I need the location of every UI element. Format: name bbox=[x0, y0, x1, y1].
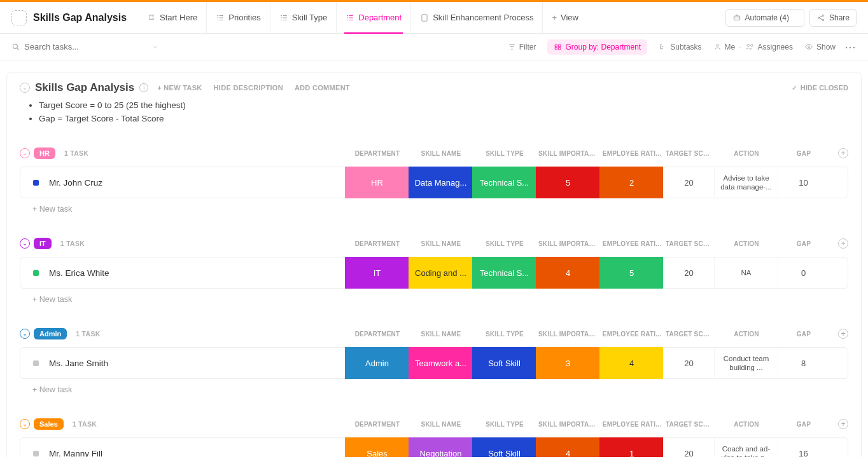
tab-add-view[interactable]: + View bbox=[542, 2, 587, 33]
add-column-button[interactable]: + bbox=[838, 329, 848, 339]
collapse-group-icon[interactable] bbox=[20, 419, 30, 429]
cell-action[interactable]: Coach and ad-vise to take n... bbox=[714, 437, 778, 457]
cell-department[interactable]: Admin bbox=[345, 347, 409, 379]
collapse-group-icon[interactable] bbox=[20, 329, 30, 339]
group-badge[interactable]: IT bbox=[34, 238, 52, 249]
column-header[interactable]: EMPLOYEE RATI... bbox=[600, 150, 664, 157]
cell-gap[interactable]: 10 bbox=[778, 167, 829, 198]
cell-skill-type[interactable]: Technical S... bbox=[472, 167, 536, 198]
cell-skill-type[interactable]: Soft Skill bbox=[472, 347, 536, 379]
add-column-button[interactable]: + bbox=[838, 238, 848, 249]
me-button[interactable]: Me bbox=[713, 43, 736, 51]
cell-skill-name[interactable]: Negotiation bbox=[409, 437, 472, 457]
column-header[interactable]: DEPARTMENT bbox=[346, 421, 409, 428]
tab-skill-enhancement[interactable]: Skill Enhancement Process bbox=[410, 2, 542, 33]
column-header[interactable]: SKILL IMPORTANC... bbox=[536, 240, 600, 247]
column-header[interactable]: TARGET SCORE bbox=[664, 421, 715, 428]
cell-department[interactable]: IT bbox=[345, 257, 409, 289]
cell-skill-importance[interactable]: 3 bbox=[536, 347, 599, 379]
cell-employee-rating[interactable]: 2 bbox=[599, 167, 663, 198]
cell-skill-name[interactable]: Data Manag... bbox=[409, 167, 472, 198]
column-header[interactable]: SKILL TYPE bbox=[473, 421, 536, 428]
new-task-inline[interactable]: + New task bbox=[32, 205, 848, 214]
cell-target-score[interactable]: 20 bbox=[663, 437, 714, 457]
column-header[interactable]: SKILL NAME bbox=[409, 331, 473, 338]
column-header[interactable]: TARGET SCORE bbox=[664, 240, 715, 247]
collapse-group-icon[interactable] bbox=[20, 148, 30, 158]
new-task-inline[interactable]: + New task bbox=[32, 385, 848, 394]
automate-caret[interactable] bbox=[791, 9, 804, 27]
tab-skill-type[interactable]: Skill Type bbox=[270, 2, 336, 33]
hide-closed-button[interactable]: HIDE CLOSED bbox=[792, 84, 848, 92]
group-badge[interactable]: Sales bbox=[34, 418, 64, 430]
add-comment-button[interactable]: ADD COMMENT bbox=[295, 84, 350, 92]
column-header[interactable]: ACTION bbox=[715, 331, 778, 338]
cell-employee-rating[interactable]: 4 bbox=[599, 347, 663, 379]
new-task-inline[interactable]: + New task bbox=[32, 295, 848, 304]
cell-target-score[interactable]: 20 bbox=[663, 167, 714, 198]
status-square-icon[interactable] bbox=[33, 360, 39, 366]
content-scroll[interactable]: Skills Gap Analysis i + NEW TASK HIDE DE… bbox=[0, 60, 868, 457]
hide-description-button[interactable]: HIDE DESCRIPTION bbox=[214, 84, 283, 92]
cell-gap[interactable]: 16 bbox=[778, 437, 829, 457]
cell-target-score[interactable]: 20 bbox=[663, 347, 714, 379]
cell-skill-name[interactable]: Coding and ... bbox=[409, 257, 472, 289]
column-header[interactable]: EMPLOYEE RATI... bbox=[600, 240, 664, 247]
cell-department[interactable]: Sales bbox=[345, 437, 409, 457]
new-task-button[interactable]: + NEW TASK bbox=[157, 84, 202, 92]
cell-skill-importance[interactable]: 4 bbox=[536, 437, 599, 457]
cell-employee-rating[interactable]: 1 bbox=[599, 437, 663, 457]
filter-button[interactable]: Filter bbox=[508, 43, 536, 51]
status-square-icon[interactable] bbox=[33, 451, 39, 456]
column-header[interactable]: DEPARTMENT bbox=[346, 331, 409, 338]
task-row[interactable]: Ms. Erica WhiteITCoding and ...Technical… bbox=[20, 257, 848, 289]
column-header[interactable]: GAP bbox=[778, 150, 829, 157]
column-header[interactable]: SKILL TYPE bbox=[473, 150, 536, 157]
tab-start-here[interactable]: Start Here bbox=[138, 2, 206, 33]
cell-skill-importance[interactable]: 5 bbox=[536, 167, 599, 198]
column-header[interactable]: ACTION bbox=[715, 240, 778, 247]
group-badge[interactable]: Admin bbox=[34, 328, 67, 339]
column-header[interactable]: GAP bbox=[778, 240, 829, 247]
cell-skill-name[interactable]: Teamwork a... bbox=[409, 347, 472, 379]
column-header[interactable]: DEPARTMENT bbox=[346, 150, 409, 157]
cell-skill-importance[interactable]: 4 bbox=[536, 257, 599, 289]
share-button[interactable]: Share bbox=[809, 9, 857, 27]
tab-department[interactable]: Department bbox=[336, 2, 410, 33]
column-header[interactable]: GAP bbox=[778, 331, 829, 338]
column-header[interactable]: SKILL NAME bbox=[409, 240, 473, 247]
group-badge[interactable]: HR bbox=[34, 147, 55, 159]
more-menu[interactable]: ⋯ bbox=[844, 40, 857, 54]
cell-employee-rating[interactable]: 5 bbox=[599, 257, 663, 289]
column-header[interactable]: SKILL NAME bbox=[409, 150, 473, 157]
add-column-button[interactable]: + bbox=[838, 148, 848, 158]
info-icon[interactable]: i bbox=[139, 83, 148, 92]
column-header[interactable]: ACTION bbox=[715, 421, 778, 428]
column-header[interactable]: SKILL IMPORTANC... bbox=[536, 331, 600, 338]
column-header[interactable]: TARGET SCORE bbox=[664, 150, 715, 157]
task-row[interactable]: Mr. John CruzHRData Manag...Technical S.… bbox=[20, 167, 848, 198]
cell-skill-type[interactable]: Technical S... bbox=[472, 257, 536, 289]
task-row[interactable]: Ms. Jane SmithAdminTeamwork a...Soft Ski… bbox=[20, 347, 848, 379]
tab-priorities[interactable]: Priorities bbox=[206, 2, 270, 33]
status-square-icon[interactable] bbox=[33, 270, 39, 276]
column-header[interactable]: SKILL NAME bbox=[409, 421, 473, 428]
collapse-icon[interactable] bbox=[20, 83, 30, 93]
show-button[interactable]: Show bbox=[804, 43, 836, 51]
cell-gap[interactable]: 8 bbox=[778, 347, 829, 379]
column-header[interactable]: EMPLOYEE RATI... bbox=[600, 331, 664, 338]
column-header[interactable]: SKILL TYPE bbox=[473, 331, 536, 338]
search-input[interactable] bbox=[24, 42, 126, 51]
column-header[interactable]: SKILL TYPE bbox=[473, 240, 536, 247]
subtasks-button[interactable]: Subtasks bbox=[659, 43, 701, 51]
column-header[interactable]: TARGET SCORE bbox=[664, 331, 715, 338]
collapse-group-icon[interactable] bbox=[20, 238, 30, 249]
cell-skill-type[interactable]: Soft Skill bbox=[472, 437, 536, 457]
cell-action[interactable]: NA bbox=[714, 257, 778, 289]
column-header[interactable]: SKILL IMPORTANC... bbox=[536, 150, 600, 157]
task-row[interactable]: Mr. Manny FillSalesNegotiationSoft Skill… bbox=[20, 437, 848, 457]
assignees-button[interactable]: Assignees bbox=[745, 43, 793, 51]
cell-action[interactable]: Conduct team building ... bbox=[714, 347, 778, 379]
automate-button[interactable]: Automate (4) bbox=[725, 9, 796, 27]
cell-action[interactable]: Advise to take data manage-... bbox=[714, 167, 778, 198]
